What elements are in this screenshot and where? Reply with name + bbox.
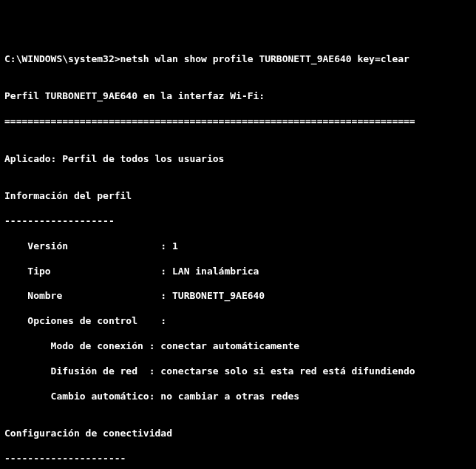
field-type: Tipo : LAN inalámbrica xyxy=(4,266,472,278)
section-heading: Información del perfil xyxy=(4,190,472,203)
field-connection-mode: Modo de conexión : conectar automáticame… xyxy=(4,340,472,353)
section-underline: ------------------- xyxy=(4,215,472,228)
profile-header: Perfil TURBONETT_9AE640 en la interfaz W… xyxy=(4,90,472,103)
prompt-line[interactable]: C:\WINDOWS\system32>netsh wlan show prof… xyxy=(4,53,472,66)
section-underline: --------------------- xyxy=(4,453,472,465)
field-auto-switch: Cambio automático: no cambiar a otras re… xyxy=(4,391,472,403)
section-heading: Configuración de conectividad xyxy=(4,428,472,440)
field-options: Opciones de control : xyxy=(4,315,472,328)
prompt-path: C:\WINDOWS\system32> xyxy=(4,53,120,64)
field-version: Versión : 1 xyxy=(4,240,472,253)
divider-line: ========================================… xyxy=(4,115,472,128)
field-broadcast: Difusión de red : conectarse solo si est… xyxy=(4,365,472,378)
field-name: Nombre : TURBONETT_9AE640 xyxy=(4,290,472,303)
applied-line: Aplicado: Perfil de todos los usuarios xyxy=(4,153,472,166)
typed-command: netsh wlan show profile TURBONETT_9AE640… xyxy=(120,53,409,64)
